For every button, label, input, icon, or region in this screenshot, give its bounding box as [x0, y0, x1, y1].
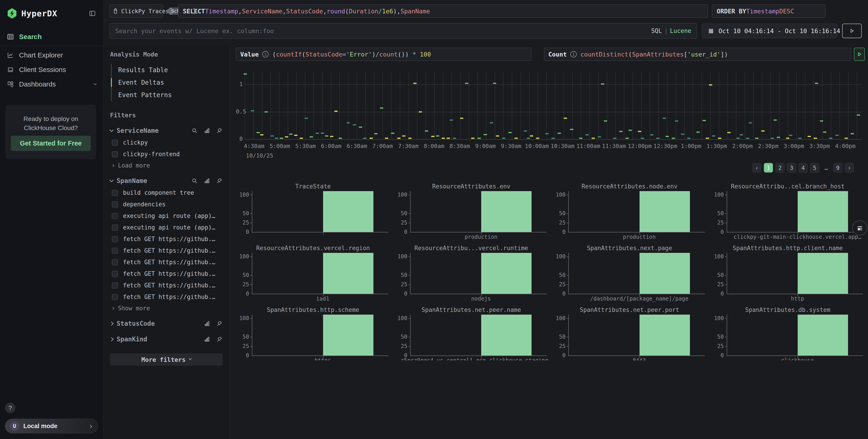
- data-point: [419, 111, 422, 112]
- value-expression-input[interactable]: Value i (countIf(StatusCode='Error')/cou…: [236, 48, 531, 61]
- attribute-chart-title: ResourceAttribu...vercel.runtime: [394, 244, 549, 252]
- x-axis-label: 7:00am: [372, 143, 393, 149]
- page-next-button[interactable]: ›: [845, 163, 854, 173]
- load-more-link[interactable]: Load more: [110, 162, 222, 169]
- show-more-link[interactable]: Show more: [110, 305, 222, 312]
- filter-checkbox[interactable]: [112, 201, 118, 207]
- attribute-chart[interactable]: ResourceAttributes.node.env10050250produ…: [552, 179, 707, 241]
- page-button-2[interactable]: 2: [775, 163, 784, 173]
- filter-option[interactable]: fetch GET https://github.…: [110, 293, 222, 300]
- pin-icon[interactable]: [216, 321, 222, 327]
- sidebar: HyperDX SearchChart ExplorerClient Sessi…: [0, 0, 103, 439]
- page-button-3[interactable]: 3: [787, 163, 796, 173]
- sidebar-item-chart-explorer[interactable]: Chart Explorer: [0, 48, 103, 62]
- filter-group-header-spanname[interactable]: SpanName: [110, 177, 222, 184]
- analysis-mode-event-deltas[interactable]: Event Deltas: [112, 76, 222, 89]
- filter-checkbox[interactable]: [112, 140, 118, 146]
- filter-checkbox[interactable]: [112, 225, 118, 231]
- page-button-4[interactable]: 4: [799, 163, 808, 173]
- data-point: [552, 138, 555, 139]
- date-range-picker[interactable]: Oct 10 04:16:14 - Oct 10 16:16:14: [702, 24, 837, 38]
- page-button-1[interactable]: 1: [764, 163, 773, 173]
- sidebar-collapse-icon[interactable]: [89, 10, 96, 17]
- lucene-toggle[interactable]: Lucene: [670, 27, 691, 34]
- search-input[interactable]: Search your events w/ Lucene ex. column:…: [110, 23, 697, 38]
- bar-chart-icon[interactable]: [204, 127, 210, 134]
- pin-icon[interactable]: [216, 127, 222, 134]
- search-icon[interactable]: [191, 127, 197, 134]
- search-icon[interactable]: [191, 178, 197, 184]
- filter-option[interactable]: executing api route (app)…: [110, 212, 222, 219]
- attribute-chart[interactable]: SpanAttributes.http.client.name10050250h…: [711, 241, 865, 302]
- run-query-button[interactable]: [842, 24, 862, 38]
- sidebar-item-dashboards[interactable]: Dashboards: [0, 77, 103, 91]
- filter-option[interactable]: fetch GET https://github.…: [110, 236, 222, 242]
- page-button-5[interactable]: 5: [810, 163, 819, 173]
- data-point: [777, 137, 780, 138]
- page-ellipsis[interactable]: …: [822, 163, 831, 173]
- gear-icon[interactable]: [167, 8, 174, 14]
- filter-option[interactable]: executing api route (app)…: [110, 224, 222, 231]
- filter-checkbox[interactable]: [112, 151, 118, 157]
- pin-icon[interactable]: [216, 336, 222, 342]
- sql-toggle[interactable]: SQL: [651, 27, 662, 34]
- filter-group-header-statuscode[interactable]: StatusCode: [110, 320, 222, 327]
- filter-checkbox[interactable]: [112, 294, 118, 300]
- attribute-chart[interactable]: SpanAttributes.net.peer.name10050250z5pr…: [394, 302, 549, 360]
- filter-checkbox[interactable]: [112, 190, 118, 196]
- source-selector[interactable]: ClickPy Traces Schema: [110, 4, 163, 18]
- page-prev-button[interactable]: ‹: [752, 163, 762, 173]
- attribute-chart[interactable]: TraceState10050250: [236, 179, 390, 241]
- apply-aggregation-button[interactable]: [854, 48, 865, 61]
- pin-icon[interactable]: [216, 178, 222, 184]
- more-filters-button[interactable]: More filters: [110, 353, 222, 366]
- sidebar-nav: SearchChart ExplorerClient SessionsDashb…: [0, 30, 103, 91]
- filter-checkbox[interactable]: [112, 247, 118, 254]
- data-point: [413, 83, 416, 84]
- attribute-chart[interactable]: ResourceAttributes.env10050250production: [394, 179, 549, 241]
- filter-checkbox[interactable]: [112, 213, 118, 219]
- filter-checkbox[interactable]: [112, 236, 118, 242]
- attribute-chart[interactable]: ResourceAttribu..cel.branch_host10050250…: [711, 179, 865, 241]
- filter-checkbox[interactable]: [112, 259, 118, 265]
- attribute-chart[interactable]: ResourceAttribu...vercel.runtime10050250…: [394, 241, 549, 302]
- filter-option[interactable]: fetch GET https://github.…: [110, 282, 222, 289]
- attribute-chart[interactable]: ResourceAttributes.vercel.region10050250…: [236, 241, 390, 302]
- attribute-chart[interactable]: SpanAttributes.net.peer.port100502508443: [552, 302, 707, 360]
- filter-option[interactable]: clickpy-frontend: [110, 151, 222, 157]
- filter-option[interactable]: clickpy: [110, 139, 222, 146]
- attribute-chart[interactable]: SpanAttributes.db.system10050250clickhou…: [711, 302, 865, 360]
- mini-y-tick: [725, 275, 727, 275]
- data-point: [604, 120, 607, 122]
- analysis-mode-results-table[interactable]: Results Table: [112, 64, 222, 76]
- filter-option[interactable]: fetch GET https://github.…: [110, 270, 222, 277]
- bar-chart-icon[interactable]: [204, 178, 210, 184]
- help-button[interactable]: ?: [5, 403, 16, 413]
- attribute-chart[interactable]: SpanAttributes.next.page10050250/dashboa…: [552, 241, 707, 302]
- page-button-9[interactable]: 9: [833, 163, 842, 173]
- bar-chart-icon[interactable]: [204, 336, 210, 342]
- filter-checkbox[interactable]: [112, 271, 118, 277]
- filters-fab-button[interactable]: [852, 220, 868, 236]
- orderby-clause-input[interactable]: ORDER BY Timestamp DESC: [712, 4, 825, 18]
- account-menu[interactable]: U Local mode ›: [5, 419, 98, 433]
- select-clause-input[interactable]: SELECT Timestamp, ServiceName, StatusCod…: [178, 4, 708, 18]
- sidebar-item-search[interactable]: Search: [0, 30, 103, 44]
- filter-group-header-servicename[interactable]: ServiceName: [110, 127, 222, 135]
- get-started-button[interactable]: Get Started for Free: [11, 136, 91, 151]
- mini-y-axis-label: 100: [554, 315, 566, 321]
- analysis-mode-event-patterns[interactable]: Event Patterns: [112, 89, 222, 101]
- attribute-chart[interactable]: SpanAttributes.http.scheme10050250https: [236, 302, 390, 360]
- sidebar-item-client-sessions[interactable]: Client Sessions: [0, 62, 103, 77]
- event-deltas-chart[interactable]: 10.504:30am5:00am5:30am6:00am6:30am7:00a…: [236, 68, 865, 161]
- filter-option[interactable]: fetch GET https://github.…: [110, 259, 222, 266]
- filter-option[interactable]: fetch GET https://github.…: [110, 247, 222, 254]
- chart-plot-area[interactable]: [245, 72, 862, 139]
- filter-option[interactable]: dependencies: [110, 201, 222, 208]
- filter-option[interactable]: build component tree: [110, 189, 222, 196]
- count-expression-input[interactable]: Count i countDistinct(SpanAttributes['us…: [544, 48, 851, 61]
- filter-group-header-spankind[interactable]: SpanKind: [110, 335, 222, 343]
- filter-checkbox[interactable]: [112, 282, 118, 289]
- data-point: [471, 138, 475, 139]
- bar-chart-icon[interactable]: [204, 321, 210, 327]
